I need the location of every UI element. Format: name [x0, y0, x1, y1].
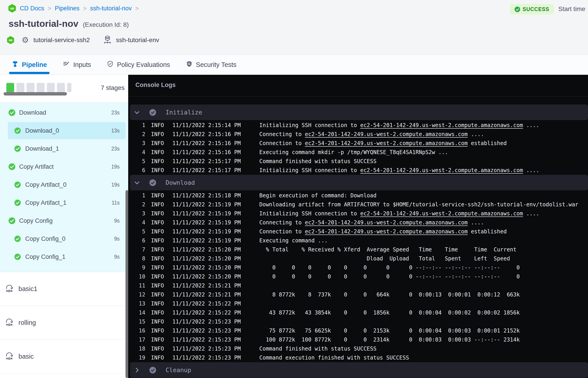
line-number: 5 — [128, 158, 145, 164]
host-link[interactable]: ec2-54-201-142-249.us-west-2.compute.ama… — [305, 229, 468, 235]
log-text: Command execution finished with status S… — [259, 355, 409, 361]
log-level: INFO — [151, 140, 164, 147]
success-check-icon — [14, 146, 21, 152]
stage-duration: 19s — [111, 182, 120, 188]
log-line: 18 INFO 11/11/2022 2:15:23 PM Command fi… — [128, 344, 588, 353]
log-section-header-download[interactable]: Download — [130, 175, 588, 190]
stage-label: Copy Artifact_1 — [25, 199, 67, 206]
log-level: INFO — [151, 201, 164, 208]
log-line: 15 INFO 11/11/2022 2:15:23 PM — [128, 317, 588, 326]
host-link[interactable]: ec2-54-201-142-249.us-west-2.compute.ama… — [360, 122, 523, 128]
log-level: INFO — [151, 131, 164, 137]
host-link[interactable]: ec2-54-201-142-249.us-west-2.compute.ama… — [305, 131, 468, 137]
log-level: INFO — [151, 283, 164, 289]
stage-row-copy-artifact_0[interactable]: Copy Artifact_0 19s — [0, 176, 128, 194]
tab-label: Security Tests — [196, 61, 237, 68]
tab-security-tests[interactable]: Security Tests — [186, 55, 237, 75]
log-text: Command finished with status SUCCESS — [259, 346, 376, 352]
log-line: 4 INFO 11/11/2022 2:15:16 PM Executing c… — [128, 148, 588, 157]
service-name[interactable]: tutorial-service-ssh2 — [33, 37, 90, 44]
inputs-icon — [63, 61, 70, 69]
log-level: INFO — [151, 327, 164, 334]
log-timestamp: 11/11/2022 2:15:19 PM — [172, 237, 241, 244]
tab-policy-evaluations[interactable]: Policy Evaluations — [107, 55, 170, 75]
log-line: 8 INFO 11/11/2022 2:15:20 PM Dload Uploa… — [128, 254, 588, 263]
log-timestamp: 11/11/2022 2:15:14 PM — [172, 122, 241, 128]
strategy-row-basic1[interactable]: basic1 — [0, 272, 128, 306]
chevron-right-icon[interactable] — [133, 366, 141, 374]
log-text: Connection to — [259, 140, 305, 147]
chevron-down-icon[interactable] — [133, 108, 141, 116]
log-timestamp: 11/11/2022 2:15:21 PM — [172, 283, 241, 289]
tab-inputs[interactable]: Inputs — [63, 55, 91, 75]
host-link[interactable]: ec2-54-201-142-249.us-west-2.compute.ama… — [305, 219, 468, 226]
stage-row-download_1[interactable]: Download_1 23s — [0, 140, 128, 158]
host-link[interactable]: ec2-54-201-142-249.us-west-2.compute.ama… — [360, 210, 523, 217]
log-text: .... — [468, 131, 484, 137]
stage-row-copy-config_1[interactable]: Copy Config_1 9s — [0, 248, 128, 266]
stage-row-copy-config[interactable]: Copy Config 9s — [0, 212, 128, 230]
line-number: 18 — [128, 346, 145, 352]
section-success-icon — [149, 179, 157, 187]
status-badge: SUCCESS — [510, 4, 554, 14]
log-level: INFO — [151, 246, 164, 253]
log-line: 2 INFO 11/11/2022 2:15:16 PM Connecting … — [128, 130, 588, 139]
log-timestamp: 11/11/2022 2:15:23 PM — [172, 319, 241, 325]
stage-segment — [16, 83, 24, 92]
stage-row-download_0[interactable]: Download_0 13s — [0, 122, 128, 140]
vertical-scrollbar[interactable] — [125, 190, 128, 378]
rollback-icon — [5, 284, 13, 294]
breadcrumb-link[interactable]: CD Docs — [20, 5, 44, 12]
log-section-header-initialize[interactable]: Initialize — [130, 105, 588, 120]
breadcrumb-link[interactable]: ssh-tutorial-nov — [90, 5, 132, 12]
tab-pipeline[interactable]: Pipeline — [12, 55, 47, 75]
stage-row-copy-artifact[interactable]: Copy Artifact 19s — [0, 158, 128, 176]
strategy-row-canary2[interactable]: canary2 — [0, 373, 128, 378]
log-text: Executing command ... — [259, 237, 328, 244]
chevron-down-icon[interactable] — [133, 179, 141, 187]
log-line: 7 INFO 11/11/2022 2:15:20 PM % Total % R… — [128, 245, 588, 254]
stage-row-copy-artifact_1[interactable]: Copy Artifact_1 11s — [0, 194, 128, 212]
log-section-header-cleanup[interactable]: Cleanup — [130, 362, 588, 378]
environment-name[interactable]: ssh-tutorial-env — [116, 37, 159, 44]
stage-segment — [67, 83, 71, 92]
horizontal-scrollbar[interactable] — [4, 92, 67, 95]
execution-id: (Execution Id: 8) — [83, 21, 129, 28]
log-text: Connecting to — [259, 131, 305, 137]
line-number: 3 — [128, 140, 145, 147]
stage-label: Copy Config_0 — [25, 235, 66, 243]
host-link[interactable]: ec2-54-201-142-249.us-west-2.compute.ama… — [305, 140, 468, 147]
log-line: 1 INFO 11/11/2022 2:15:18 PM Begin execu… — [128, 191, 588, 200]
strategy-row-basic[interactable]: basic — [0, 339, 128, 373]
section-title: Initialize — [166, 109, 202, 116]
breadcrumb-link[interactable]: Pipelines — [55, 5, 80, 12]
line-number: 19 — [128, 355, 145, 361]
line-number: 17 — [128, 337, 145, 343]
log-message: 8 8772k 8 737k 0 0 664k 0 0:00:13 0:00:0… — [259, 292, 520, 298]
stage-row-copy-config_0[interactable]: Copy Config_0 9s — [0, 230, 128, 248]
line-number: 2 — [128, 201, 145, 208]
log-line: 2 INFO 11/11/2022 2:15:19 PM Downloading… — [128, 200, 588, 209]
stage-label: Download_0 — [25, 127, 59, 134]
log-timestamp: 11/11/2022 2:15:16 PM — [172, 140, 241, 147]
execution-sidebar: 7 stages Download 23s Download_0 13s Dow… — [0, 75, 128, 378]
stage-duration: 9s — [114, 254, 120, 260]
log-message: % Total % Received % Xferd Average Speed… — [259, 246, 517, 253]
log-text: .... — [523, 122, 539, 128]
stage-duration: 23s — [111, 146, 120, 152]
log-level: INFO — [151, 256, 164, 262]
stage-row-download[interactable]: Download 23s — [0, 104, 128, 122]
stage-segment — [57, 83, 65, 92]
log-text: .... — [468, 219, 484, 226]
strategy-row-rolling[interactable]: rolling — [0, 306, 128, 339]
log-timestamp: 11/11/2022 2:15:23 PM — [172, 355, 241, 361]
stage-label: Download_1 — [25, 145, 59, 152]
log-message: Begin execution of command: Download — [259, 192, 376, 199]
log-level: INFO — [151, 300, 164, 307]
stage-duration: 11s — [112, 200, 120, 206]
security-shield-icon — [186, 60, 193, 69]
stage-segment — [6, 83, 14, 92]
log-timestamp: 11/11/2022 2:15:23 PM — [172, 327, 241, 334]
host-link[interactable]: ec2-54-201-142-249.us-west-2.compute.ama… — [360, 167, 523, 174]
line-number: 16 — [128, 327, 145, 334]
